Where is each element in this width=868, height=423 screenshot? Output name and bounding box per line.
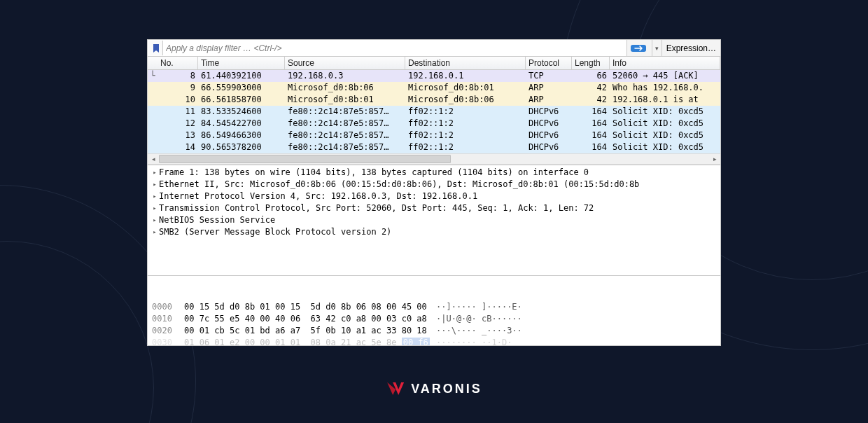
packet-row[interactable]: 1490.565378200fe80::2c14:87e5:857…ff02::… <box>148 141 720 153</box>
detail-tree-item[interactable]: ▸Ethernet II, Src: Microsof_d0:8b:06 (00… <box>150 179 720 190</box>
col-header-source[interactable]: Source <box>285 57 405 69</box>
varonis-logo: VARONIS <box>386 381 482 396</box>
filter-toolbar: ▾ Expression… <box>148 40 720 57</box>
expression-button[interactable]: Expression… <box>662 40 720 56</box>
detail-tree-item[interactable]: ▸NetBIOS Session Service <box>150 214 720 226</box>
hex-row[interactable]: 002000 01 cb 5c 01 bd a6 a7 5f 0b 10 a1 … <box>152 325 716 337</box>
detail-tree-item[interactable]: ▸Transmission Control Protocol, Src Port… <box>150 202 720 214</box>
col-header-time[interactable]: Time <box>198 57 285 69</box>
apply-filter-button[interactable] <box>626 40 652 56</box>
expand-caret-icon[interactable]: ▸ <box>150 214 159 226</box>
hex-row[interactable]: 001000 7c 55 e5 40 00 40 06 63 42 c0 a8 … <box>152 313 716 325</box>
detail-tree-item[interactable]: ▸SMB2 (Server Message Block Protocol ver… <box>150 226 720 238</box>
packet-list-hscrollbar[interactable]: ◂ ▸ <box>148 153 720 165</box>
hex-row[interactable]: 000000 15 5d d0 8b 01 00 15 5d d0 8b 06 … <box>152 301 716 313</box>
scroll-left-button[interactable]: ◂ <box>148 154 159 164</box>
wireshark-window: ▾ Expression… No. Time Source Destinatio… <box>147 39 721 346</box>
expand-caret-icon[interactable]: ▸ <box>150 202 159 214</box>
scroll-right-button[interactable]: ▸ <box>709 154 720 164</box>
filter-history-dropdown[interactable]: ▾ <box>652 40 662 56</box>
col-header-length[interactable]: Length <box>572 57 610 69</box>
varonis-logo-text: VARONIS <box>411 382 482 396</box>
col-header-no[interactable]: No. <box>158 57 198 69</box>
packet-row[interactable]: 1183.533524600fe80::2c14:87e5:857…ff02::… <box>148 106 720 118</box>
packet-row[interactable]: 1386.549466300fe80::2c14:87e5:857…ff02::… <box>148 130 720 141</box>
packet-bytes-pane[interactable]: 000000 15 5d d0 8b 01 00 15 5d d0 8b 06 … <box>148 275 720 346</box>
col-header-destination[interactable]: Destination <box>405 57 526 69</box>
packet-row[interactable]: 1284.545422700fe80::2c14:87e5:857…ff02::… <box>148 118 720 130</box>
packet-details-pane[interactable]: ▸Frame 1: 138 bytes on wire (1104 bits),… <box>148 165 720 275</box>
packet-row[interactable]: 1066.561858700Microsof_d0:8b:01Microsof_… <box>148 94 720 106</box>
packet-list-header[interactable]: No. Time Source Destination Protocol Len… <box>148 57 720 70</box>
expand-caret-icon[interactable]: ▸ <box>150 226 159 238</box>
display-filter-input[interactable] <box>163 40 626 56</box>
packet-row[interactable]: └861.440392100192.168.0.3192.168.0.1TCP6… <box>148 70 720 82</box>
packet-row[interactable]: 966.559903000Microsof_d0:8b:06Microsof_d… <box>148 82 720 94</box>
expand-caret-icon[interactable]: ▸ <box>150 190 159 202</box>
varonis-logo-icon <box>386 381 405 396</box>
expand-caret-icon[interactable]: ▸ <box>150 179 159 190</box>
detail-tree-item[interactable]: ▸Frame 1: 138 bytes on wire (1104 bits),… <box>150 167 720 179</box>
detail-tree-item[interactable]: ▸Internet Protocol Version 4, Src: 192.1… <box>150 190 720 202</box>
col-header-info[interactable]: Info <box>610 57 720 69</box>
bookmark-icon[interactable] <box>149 41 163 55</box>
hex-row[interactable]: 003001 06 01 e2 00 00 01 01 08 0a 21 ac … <box>152 337 716 346</box>
col-header-protocol[interactable]: Protocol <box>526 57 572 69</box>
expand-caret-icon[interactable]: ▸ <box>150 167 159 179</box>
packet-list-pane: No. Time Source Destination Protocol Len… <box>148 57 720 165</box>
